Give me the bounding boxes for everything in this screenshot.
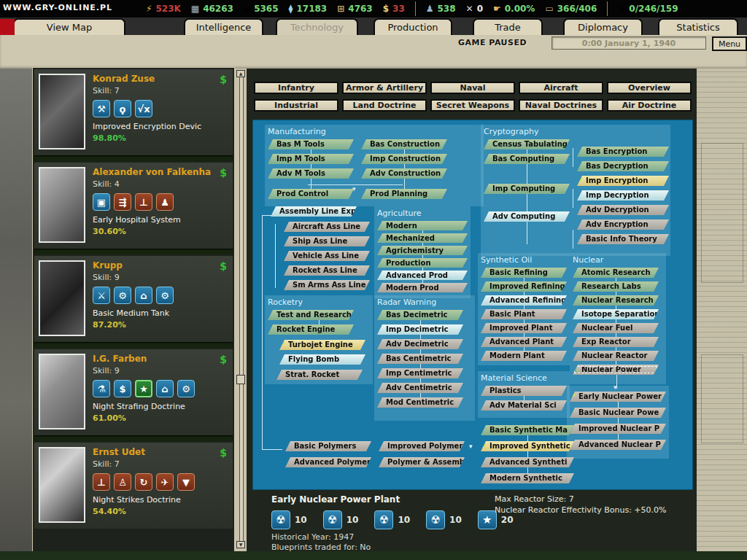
tech-box-imp-decryption[interactable]: Imp Decryption — [577, 190, 669, 201]
tech-box-modern[interactable]: Modern — [377, 221, 468, 230]
tech-box-adv-encryption[interactable]: Adv Encryption — [577, 219, 669, 230]
tech-box-nuclear-fuel[interactable]: Nuclear Fuel — [573, 323, 659, 333]
tech-box-nuclear-power[interactable]: Nuclear PowerR — [573, 365, 659, 375]
tech-box-improved-refining[interactable]: Improved Refining — [481, 281, 567, 292]
tech-box-basic-info-theory[interactable]: Basic Info Theory — [577, 234, 669, 244]
tech-box-advanced-refining[interactable]: Advanced Refining — [481, 295, 567, 306]
nav-tab-diplomacy[interactable]: Diplomacy — [563, 18, 643, 35]
tech-box-adv-m-tools[interactable]: Adv M Tools — [268, 168, 354, 179]
tech-tab-overview[interactable]: Overview — [607, 82, 692, 94]
tech-box-census-tabulating[interactable]: Census Tabulating — [484, 139, 570, 149]
nav-tab-technology[interactable]: Technology — [276, 18, 358, 35]
tech-box-polymer-assembly[interactable]: Polymer & Assembly — [379, 457, 465, 467]
funding-dollar-icon[interactable]: $ — [220, 260, 227, 272]
scrollbar-up-arrow[interactable]: ▲ — [236, 70, 245, 77]
tech-box-bas-decimetric[interactable]: Bas Decimetric — [377, 310, 463, 320]
tech-box-mechanized[interactable]: Mechanized — [377, 233, 468, 243]
tech-box-imp-decimetric[interactable]: Imp Decimetric — [377, 324, 463, 335]
tech-box-advanced-polymers[interactable]: Advanced Polymers — [285, 457, 371, 467]
tech-box-agrichemistry[interactable]: Agrichemistry — [377, 246, 468, 255]
tech-box-imp-construction[interactable]: Imp Construction — [361, 154, 447, 164]
tech-tab-air-doctrine[interactable]: Air Doctrine — [607, 99, 692, 112]
tech-box-strat-rocket[interactable]: Strat. Rocket — [276, 370, 363, 380]
tech-tab-land-doctrine[interactable]: Land Doctrine — [342, 99, 427, 112]
tech-box-rocket-engine[interactable]: Rocket Engine — [268, 324, 354, 335]
team-card[interactable]: Alexander von FalkenhaSkill: 4▣⇶⊥♟Early … — [34, 163, 233, 249]
tech-box-exp-reactor[interactable]: Exp Reactor — [573, 337, 659, 347]
tech-box-production[interactable]: Production — [377, 258, 468, 268]
tech-box-sm-arms-ass-line[interactable]: Sm Arms Ass Line — [284, 280, 370, 290]
tech-box-adv-decimetric[interactable]: Adv Decimetric — [377, 339, 463, 349]
tech-tab-aircraft[interactable]: Aircraft — [519, 82, 603, 94]
tech-box-advanced-syntheti[interactable]: Advanced Syntheti — [481, 457, 574, 467]
tech-box-bas-encryption[interactable]: Bas Encryption — [577, 147, 669, 157]
tech-box-nuclear-research[interactable]: Nuclear Research — [573, 295, 659, 306]
tech-box-aircraft-ass-line[interactable]: Aircraft Ass Line — [284, 222, 370, 232]
team-card[interactable]: KruppSkill: 9⚔⚙⌂⚙Basic Medium Tank87.20%… — [34, 256, 233, 342]
tech-box-imp-m-tools[interactable]: Imp M Tools — [268, 154, 354, 164]
tech-box-bas-centimetric[interactable]: Bas Centimetric — [377, 354, 463, 364]
tech-box-ship-ass-line[interactable]: Ship Ass Line — [284, 236, 370, 246]
team-card[interactable]: Ernst UdetSkill: 7⊥♙↻✈▼Night Strikes Doc… — [34, 443, 233, 529]
funding-dollar-icon[interactable]: $ — [220, 354, 227, 365]
tech-box-adv-decryption[interactable]: Adv Decryption — [577, 205, 669, 215]
tech-box-adv-computing[interactable]: Adv Computing — [484, 211, 570, 222]
tech-tab-naval-doctrines[interactable]: Naval Doctrines — [519, 99, 603, 112]
tech-box-early-nuclear-power[interactable]: Early Nuclear Power — [570, 392, 666, 402]
tech-tab-secret-weapons[interactable]: Secret Weapons — [430, 99, 515, 112]
tech-tab-naval[interactable]: Naval — [430, 82, 515, 94]
tech-box-basic-nuclear-powe[interactable]: Basic Nuclear Powe — [570, 408, 666, 418]
tech-box-adv-material-sci[interactable]: Adv Material Sci — [481, 400, 567, 411]
tech-tab-armor-artillery[interactable]: Armor & Artillery — [342, 82, 427, 94]
tech-box-advanced-prod[interactable]: Advanced Prod — [377, 271, 468, 280]
tech-box-flying-bomb[interactable]: Flying Bomb — [279, 354, 365, 365]
tech-box-bas-computing[interactable]: Bas Computing — [484, 154, 570, 164]
tech-box-research-labs[interactable]: Research Labs — [573, 281, 659, 292]
tech-box-turbojet-engine[interactable]: Turbojet Engine — [279, 340, 365, 350]
tech-tab-industrial[interactable]: Industrial — [254, 99, 338, 112]
tech-box-modern-synthetic[interactable]: Modern Synthetic — [481, 473, 574, 483]
nav-tab-statistics[interactable]: Statistics — [658, 18, 738, 35]
tech-box-nuclear-reactor[interactable]: Nuclear Reactor — [573, 351, 659, 361]
funding-dollar-icon[interactable]: $ — [220, 74, 227, 85]
tech-box-modern-plant[interactable]: Modern Plant — [481, 351, 567, 361]
tech-box-bas-construction[interactable]: Bas Construction — [361, 139, 447, 149]
tech-box-improved-polymers[interactable]: Improved Polymers — [379, 441, 465, 451]
nav-tab-trade[interactable]: Trade — [473, 18, 543, 35]
tech-box-plastics[interactable]: Plastics — [481, 386, 567, 396]
tech-box-test-and-research[interactable]: Test and Research — [268, 310, 354, 320]
tech-box-adv-construction[interactable]: Adv Construction — [361, 168, 447, 179]
tech-box-adv-centimetric[interactable]: Adv Centimetric — [377, 383, 463, 393]
scrollbar-down-arrow[interactable]: ▼ — [236, 541, 245, 548]
sidebar-scrollbar[interactable]: ▲ ▼ — [236, 70, 246, 548]
funding-dollar-icon[interactable]: $ — [220, 167, 227, 179]
tech-box-improved-plant[interactable]: Improved Plant — [481, 323, 567, 333]
tech-box-imp-computing[interactable]: Imp Computing — [484, 184, 570, 194]
tech-box-basic-synthetic-ma[interactable]: Basic Synthetic Ma — [481, 425, 574, 435]
tech-box-assembly-line-exp[interactable]: Assembly Line Exp — [271, 206, 357, 217]
scrollbar-thumb[interactable] — [236, 375, 245, 384]
tech-box-atomic-research[interactable]: Atomic Research — [573, 268, 659, 278]
tech-box-mod-centimetric[interactable]: Mod Centimetric — [377, 397, 463, 408]
menu-button[interactable]: Menu — [712, 36, 747, 51]
tech-box-prod-control[interactable]: Prod Control — [268, 189, 354, 199]
tech-tab-infantry[interactable]: Infantry — [254, 82, 338, 94]
tech-box-isotope-separation[interactable]: Isotope Separation — [573, 309, 659, 319]
nav-tab-intelligence[interactable]: Intelligence — [184, 18, 263, 35]
scrollbar-track[interactable] — [239, 77, 244, 541]
tech-box-imp-centimetric[interactable]: Imp Centimetric — [377, 368, 463, 378]
tech-box-bas-m-tools[interactable]: Bas M Tools — [268, 139, 354, 149]
funding-dollar-icon[interactable]: $ — [220, 447, 227, 459]
nav-tab-production[interactable]: Production — [374, 18, 452, 35]
tech-box-prod-planning[interactable]: Prod Planning — [361, 189, 447, 199]
tech-box-improved-nuclear-p[interactable]: Improved Nuclear P — [570, 424, 666, 434]
tech-box-advanced-nuclear-p[interactable]: Advanced Nuclear P — [570, 440, 666, 450]
nav-tab-view-map[interactable]: View Map — [13, 18, 125, 35]
team-card[interactable]: Konrad ZuseSkill: 7⚒ϙ√xImproved Encrypti… — [34, 69, 233, 155]
tech-box-bas-decryption[interactable]: Bas Decryption — [577, 161, 669, 171]
tech-box-rocket-ass-line[interactable]: Rocket Ass Line — [284, 265, 370, 276]
tech-box-imp-encryption[interactable]: Imp Encryption — [577, 176, 669, 186]
tech-box-basic-plant[interactable]: Basic Plant — [481, 309, 567, 319]
tech-box-improved-synthetic[interactable]: Improved Synthetic — [481, 441, 574, 451]
tech-box-advanced-plant[interactable]: Advanced Plant — [481, 337, 567, 347]
